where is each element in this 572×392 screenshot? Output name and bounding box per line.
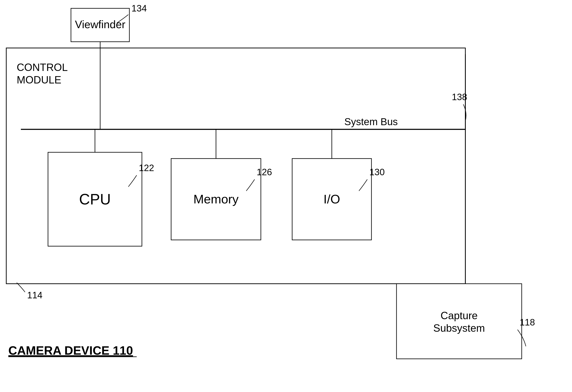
- ref-130: 130: [369, 167, 385, 177]
- system-bus-label: System Bus: [344, 116, 398, 127]
- control-module-label-line1: CONTROL: [17, 62, 68, 73]
- capture-subsystem-label-line1: Capture: [441, 310, 478, 321]
- ref-114: 114: [27, 290, 42, 300]
- cpu-label: CPU: [79, 191, 111, 208]
- control-module-label-line2: MODULE: [17, 74, 61, 86]
- ref-118: 118: [520, 317, 535, 327]
- diagram-container: Viewfinder 134 CONTROL MODULE 114 System…: [0, 0, 572, 392]
- io-label: I/O: [323, 192, 340, 206]
- camera-device-label: CAMERA DEVICE 110: [8, 344, 133, 357]
- memory-label: Memory: [193, 192, 239, 206]
- ref-138: 138: [452, 92, 467, 102]
- ref-122: 122: [139, 163, 154, 173]
- capture-subsystem-label-line2: Subsystem: [433, 322, 485, 334]
- ref-134: 134: [131, 3, 147, 13]
- viewfinder-label: Viewfinder: [75, 18, 126, 31]
- ref-126: 126: [257, 167, 272, 177]
